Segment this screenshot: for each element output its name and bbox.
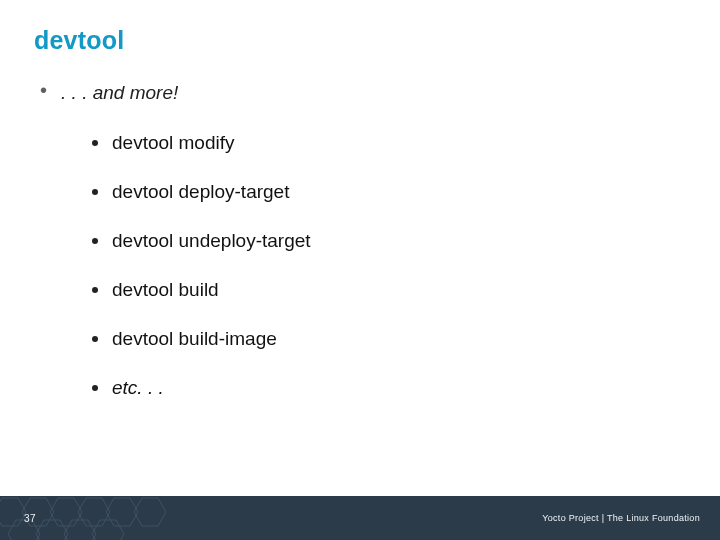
hex-decoration — [0, 496, 260, 540]
dot-icon — [92, 336, 98, 342]
dot-icon — [92, 385, 98, 391]
bullet-icon: • — [40, 80, 47, 100]
list-item: devtool build-image — [92, 328, 311, 350]
svg-marker-2 — [50, 498, 82, 526]
svg-marker-4 — [106, 498, 138, 526]
list-item-text: devtool build — [112, 279, 219, 301]
footer-bar: 37 Yocto Project | The Linux Foundation — [0, 496, 720, 540]
footer-credit: Yocto Project | The Linux Foundation — [542, 513, 700, 523]
dot-icon — [92, 140, 98, 146]
list-item: devtool undeploy-target — [92, 230, 311, 252]
list-item: etc. . . — [92, 377, 311, 399]
list-item-text: devtool deploy-target — [112, 181, 289, 203]
dot-icon — [92, 287, 98, 293]
list-item: devtool deploy-target — [92, 181, 311, 203]
dot-icon — [92, 238, 98, 244]
list-item-text: devtool modify — [112, 132, 235, 154]
list-item-text: devtool undeploy-target — [112, 230, 311, 252]
svg-marker-9 — [92, 520, 124, 540]
slide: devtool • . . . and more! devtool modify… — [0, 0, 720, 540]
dot-icon — [92, 189, 98, 195]
list-item-text: devtool build-image — [112, 328, 277, 350]
list-item: devtool modify — [92, 132, 311, 154]
svg-marker-5 — [134, 498, 166, 526]
slide-title: devtool — [34, 26, 124, 55]
page-number: 37 — [24, 513, 36, 524]
svg-marker-8 — [64, 520, 96, 540]
svg-marker-3 — [78, 498, 110, 526]
sublist: devtool modifydevtool deploy-targetdevto… — [92, 132, 311, 399]
intro-row: • . . . and more! — [40, 82, 311, 104]
list-item-text: etc. . . — [112, 377, 164, 399]
content-area: • . . . and more! devtool modifydevtool … — [40, 82, 311, 426]
intro-text: . . . and more! — [61, 82, 178, 104]
svg-marker-7 — [36, 520, 68, 540]
list-item: devtool build — [92, 279, 311, 301]
